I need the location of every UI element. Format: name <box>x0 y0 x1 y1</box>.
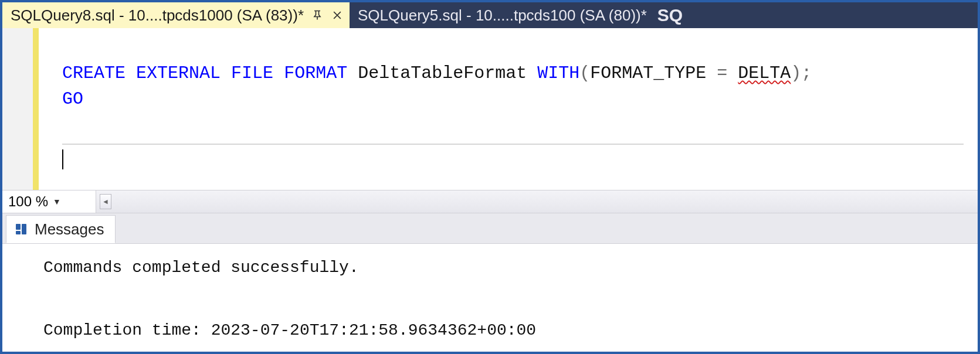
editor-footer-bar: 100 % ▼ ◄ <box>2 190 978 213</box>
tab-messages[interactable]: Messages <box>6 215 116 243</box>
messages-output[interactable]: Commands completed successfully. Complet… <box>2 244 978 352</box>
pin-icon[interactable] <box>311 9 324 22</box>
scroll-left-button[interactable]: ◄ <box>100 194 111 209</box>
identifier-formattype: FORMAT_TYPE <box>590 63 706 83</box>
equals: = <box>706 63 738 83</box>
keyword-file: FILE <box>231 63 273 83</box>
tab-label: SQLQuery8.sql - 10....tpcds1000 (SA (83)… <box>11 6 304 25</box>
svg-rect-2 <box>16 231 21 234</box>
identifier-formatname: DeltaTableFormat <box>358 63 527 83</box>
results-pane: Messages Commands completed successfully… <box>2 213 978 352</box>
messages-tab-label: Messages <box>35 220 104 239</box>
horizontal-scrollbar[interactable]: ◄ <box>96 190 978 213</box>
code-area[interactable]: CREATE EXTERNAL FILE FORMAT DeltaTableFo… <box>39 28 978 190</box>
keyword-format: FORMAT <box>284 63 347 83</box>
results-tab-strip: Messages <box>2 213 978 244</box>
change-indicator <box>33 28 39 190</box>
zoom-value: 100 % <box>8 193 48 210</box>
editor-pane: CREATE EXTERNAL FILE FORMAT DeltaTableFo… <box>2 28 978 352</box>
tab-overflow-hint: SQ <box>653 2 687 28</box>
paren-open: ( <box>579 63 590 83</box>
paren-close-semi: ); <box>791 63 812 83</box>
keyword-go: GO <box>62 89 83 109</box>
code-editor[interactable]: CREATE EXTERNAL FILE FORMAT DeltaTableFo… <box>2 28 978 190</box>
keyword-create: CREATE <box>62 63 126 83</box>
message-completion-time: 2023-07-20T17:21:58.9634362+00:00 <box>211 321 537 339</box>
close-icon[interactable] <box>331 9 344 22</box>
tab-label: SQLQuery5.sql - 10.....tpcds100 (SA (80)… <box>358 6 647 25</box>
identifier-delta: DELTA <box>738 63 791 83</box>
tab-sqlquery8[interactable]: SQLQuery8.sql - 10....tpcds1000 (SA (83)… <box>2 2 350 28</box>
zoom-dropdown[interactable]: 100 % ▼ <box>2 190 96 213</box>
message-line-2-prefix: Completion time: <box>43 321 211 339</box>
chevron-down-icon: ▼ <box>53 197 61 206</box>
messages-icon <box>13 222 29 237</box>
keyword-with: WITH <box>537 63 579 83</box>
svg-rect-0 <box>16 224 21 230</box>
editor-gutter <box>2 28 39 190</box>
message-line-1: Commands completed successfully. <box>43 258 359 277</box>
tab-sqlquery5[interactable]: SQLQuery5.sql - 10.....tpcds100 (SA (80)… <box>350 2 653 28</box>
keyword-external: EXTERNAL <box>136 63 221 83</box>
text-caret <box>62 149 63 169</box>
current-line-indicator <box>62 144 964 145</box>
svg-rect-1 <box>22 224 26 234</box>
document-tab-strip: SQLQuery8.sql - 10....tpcds1000 (SA (83)… <box>2 2 978 28</box>
